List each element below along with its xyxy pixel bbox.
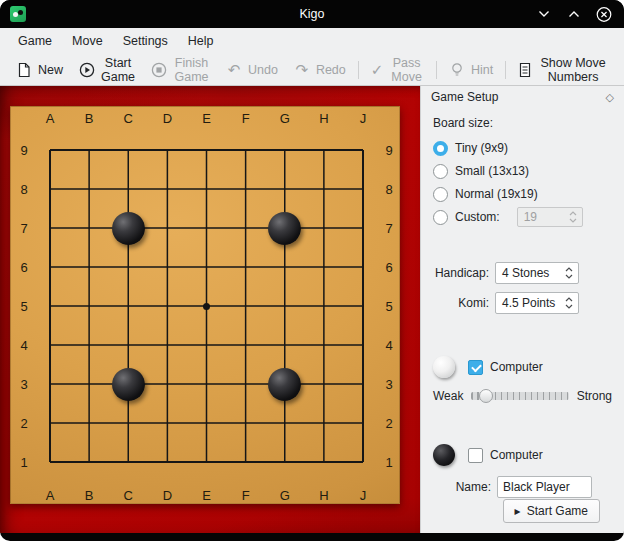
toolbar-separator bbox=[505, 61, 506, 79]
column-label: H bbox=[319, 488, 328, 503]
board-size-label: Board size: bbox=[433, 116, 612, 130]
white-computer-checkbox[interactable] bbox=[468, 360, 483, 375]
menu-move[interactable]: Move bbox=[62, 28, 113, 54]
strong-label: Strong bbox=[577, 389, 612, 403]
custom-size-spinbox[interactable]: 19 bbox=[517, 207, 583, 227]
radio-indicator bbox=[433, 187, 448, 202]
black-stone-C3[interactable] bbox=[112, 368, 145, 401]
menu-help[interactable]: Help bbox=[178, 28, 224, 54]
toolbar-pass-move-button[interactable]: ✓ Pass Move bbox=[363, 57, 432, 83]
spinbox-arrows-icon[interactable] bbox=[564, 211, 582, 223]
row-label: 3 bbox=[20, 377, 27, 392]
column-label: E bbox=[202, 488, 211, 503]
column-label: A bbox=[46, 111, 55, 126]
go-board[interactable]: AABBCCDDEEFFGGHHJJ998877665544332211 bbox=[10, 106, 400, 504]
column-label: J bbox=[360, 111, 367, 126]
title-bar: Kigo bbox=[0, 0, 624, 28]
strength-slider[interactable] bbox=[471, 388, 568, 404]
menu-bar: Game Move Settings Help bbox=[0, 28, 624, 54]
row-label: 3 bbox=[385, 377, 392, 392]
row-label: 6 bbox=[20, 260, 27, 275]
window-title: Kigo bbox=[0, 7, 624, 21]
slider-handle[interactable] bbox=[479, 389, 493, 403]
white-computer-label: Computer bbox=[490, 360, 543, 374]
name-label: Name: bbox=[447, 480, 491, 494]
new-document-icon bbox=[16, 62, 32, 78]
start-game-icon bbox=[79, 62, 95, 78]
toolbar-redo-button[interactable]: ↷ Redo bbox=[286, 57, 354, 83]
pass-move-icon: ✓ bbox=[371, 62, 384, 78]
move-numbers-icon bbox=[518, 62, 532, 78]
black-stone-G7[interactable] bbox=[268, 212, 301, 245]
kigo-window: Kigo Game Move Settings Help bbox=[0, 0, 624, 541]
handicap-spinbox[interactable]: 4 Stones bbox=[495, 262, 579, 284]
toolbar-undo-button[interactable]: ↶ Undo bbox=[218, 57, 286, 83]
minimize-icon[interactable] bbox=[536, 6, 552, 22]
row-label: 4 bbox=[385, 338, 392, 353]
row-label: 2 bbox=[20, 416, 27, 431]
toolbar-finish-game-button[interactable]: Finish Game bbox=[143, 57, 218, 83]
row-label: 7 bbox=[385, 221, 392, 236]
radio-indicator bbox=[433, 141, 448, 156]
undo-icon: ↶ bbox=[226, 62, 242, 78]
close-icon[interactable] bbox=[596, 6, 612, 22]
white-stone-icon bbox=[433, 356, 455, 378]
black-stone-G3[interactable] bbox=[268, 368, 301, 401]
radio-custom[interactable]: Custom: 19 bbox=[433, 209, 612, 225]
column-label: C bbox=[124, 111, 133, 126]
handicap-label: Handicap: bbox=[433, 266, 489, 280]
main-content: AABBCCDDEEFFGGHHJJ998877665544332211 Gam… bbox=[0, 86, 624, 533]
spinbox-arrows-icon[interactable] bbox=[560, 267, 578, 279]
menu-settings[interactable]: Settings bbox=[113, 28, 178, 54]
toolbar-new-button[interactable]: New bbox=[8, 57, 71, 83]
radio-indicator bbox=[433, 164, 448, 179]
menu-game[interactable]: Game bbox=[8, 28, 62, 54]
black-player-name-input[interactable] bbox=[497, 476, 592, 498]
weak-label: Weak bbox=[433, 389, 463, 403]
radio-small[interactable]: Small (13x13) bbox=[433, 163, 612, 179]
row-label: 9 bbox=[20, 143, 27, 158]
start-game-button[interactable]: ▸ Start Game bbox=[503, 499, 600, 523]
black-stone-C7[interactable] bbox=[112, 212, 145, 245]
toolbar-separator bbox=[358, 61, 359, 79]
row-label: 5 bbox=[385, 299, 392, 314]
column-label: J bbox=[360, 488, 367, 503]
column-label: G bbox=[280, 111, 290, 126]
row-label: 9 bbox=[385, 143, 392, 158]
column-label: A bbox=[46, 488, 55, 503]
column-label: E bbox=[202, 111, 211, 126]
column-label: F bbox=[242, 111, 250, 126]
black-computer-label: Computer bbox=[490, 448, 543, 462]
row-label: 5 bbox=[20, 299, 27, 314]
komi-spinbox[interactable]: 4.5 Points bbox=[495, 292, 579, 314]
panel-title: Game Setup bbox=[431, 90, 498, 104]
spinbox-arrows-icon[interactable] bbox=[560, 297, 578, 309]
column-label: F bbox=[242, 488, 250, 503]
radio-indicator bbox=[433, 210, 448, 225]
toolbar-hint-button[interactable]: Hint bbox=[441, 57, 501, 83]
toolbar-show-move-numbers-button[interactable]: Show Move Numbers bbox=[510, 57, 616, 83]
radio-tiny[interactable]: Tiny (9x9) bbox=[433, 140, 612, 156]
column-label: D bbox=[163, 111, 172, 126]
column-label: B bbox=[85, 111, 94, 126]
column-label: G bbox=[280, 488, 290, 503]
game-setup-panel: Game Setup ◇ Board size: Tiny (9x9) Smal… bbox=[420, 86, 624, 533]
redo-icon: ↷ bbox=[294, 62, 310, 78]
toolbar: New Start Game Finish Game ↶ Undo ↷ Redo… bbox=[0, 54, 624, 86]
float-panel-icon[interactable]: ◇ bbox=[606, 91, 614, 104]
komi-label: Komi: bbox=[433, 296, 489, 310]
black-computer-checkbox[interactable] bbox=[468, 448, 483, 463]
hoshi-point bbox=[203, 303, 210, 310]
radio-normal[interactable]: Normal (19x19) bbox=[433, 186, 612, 202]
play-icon: ▸ bbox=[515, 505, 521, 517]
maximize-icon[interactable] bbox=[566, 6, 582, 22]
hint-lightbulb-icon bbox=[449, 62, 465, 78]
row-label: 8 bbox=[20, 182, 27, 197]
column-label: B bbox=[85, 488, 94, 503]
column-label: H bbox=[319, 111, 328, 126]
black-stone-icon bbox=[433, 444, 455, 466]
row-label: 1 bbox=[20, 455, 27, 470]
board-frame: AABBCCDDEEFFGGHHJJ998877665544332211 bbox=[0, 86, 420, 533]
toolbar-start-game-button[interactable]: Start Game bbox=[71, 57, 143, 83]
row-label: 8 bbox=[385, 182, 392, 197]
